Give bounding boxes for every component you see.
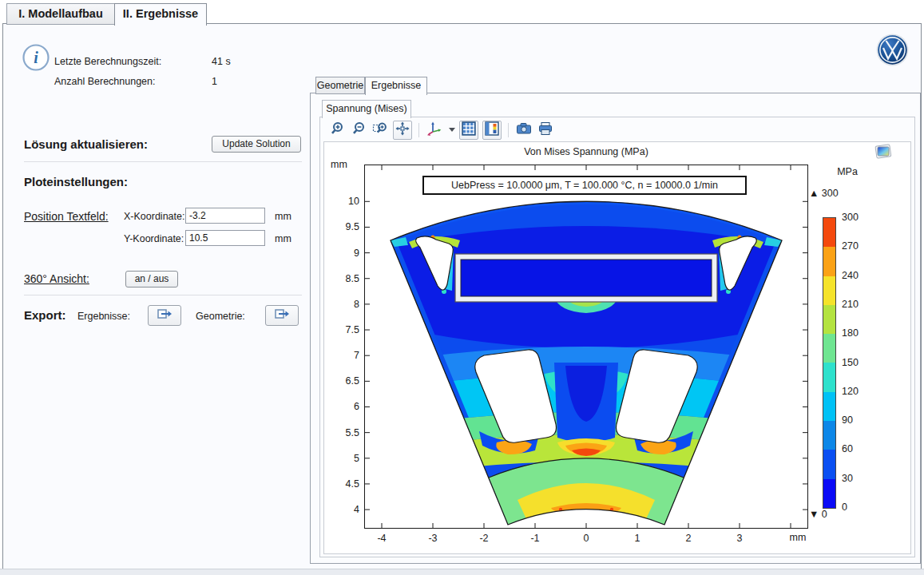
printer-icon — [537, 121, 553, 139]
update-solution-button[interactable]: Update Solution — [212, 136, 301, 153]
tab-ergebnisse[interactable]: II. Ergebnisse — [114, 3, 207, 26]
colorbar-segment — [823, 334, 835, 363]
colorbar-min-marker: ▼ 0 — [809, 509, 827, 520]
divider — [24, 161, 302, 162]
graphics-tab-ergebnisse[interactable]: Ergebnisse — [365, 77, 427, 95]
colorbar-segment — [823, 247, 835, 276]
export-icon — [274, 307, 290, 323]
y-axis-tick-label: 8.5 — [324, 272, 359, 285]
zoom-in-button[interactable] — [328, 121, 346, 139]
colorbar-tick-label: 30 — [842, 472, 874, 485]
zoom-extents-button[interactable] — [393, 121, 412, 140]
triangle-down-icon: ▼ — [809, 509, 819, 520]
zoom-extents-icon — [395, 121, 410, 139]
text-position-label: Position Textfeld: — [24, 210, 109, 223]
view-360-toggle-button[interactable]: an / aus — [125, 271, 178, 288]
color-legend-icon — [485, 121, 499, 139]
x-axis-tick-label: 2 — [676, 532, 701, 545]
y-axis-tick-label: 9 — [324, 247, 359, 260]
colorbar-tick-label: 180 — [842, 327, 874, 339]
plot-canvas[interactable]: Von Mises Spannung (MPa) mm mm — [323, 141, 911, 554]
view-360-label: 360° Ansicht: — [24, 272, 89, 285]
volkswagen-logo — [875, 33, 910, 70]
x-axis-tick-label: 0 — [573, 532, 599, 545]
view-360-toggle-label: an / aus — [135, 273, 169, 284]
x-coordinate-label: X-Koordinate: — [124, 211, 184, 222]
plot-thumbnail-icon[interactable] — [874, 144, 893, 162]
toolbar-separator — [418, 123, 419, 137]
plot-tab-label: Spannung (Mises) — [326, 103, 406, 114]
graphics-toolbar — [325, 119, 554, 141]
y-coordinate-unit: mm — [275, 233, 291, 244]
colorbar-segment — [823, 363, 835, 391]
colorbar-tick-label: 0 — [842, 501, 874, 514]
zoom-out-icon — [351, 121, 367, 139]
y-axis-tick-label: 5 — [324, 452, 359, 465]
magnet-region — [461, 260, 712, 296]
colorbar-tick-label: 60 — [842, 442, 874, 455]
colorbar-segment — [823, 450, 835, 478]
colorbar-max-marker: ▲ 300 — [809, 188, 839, 199]
x-axis-tick-label: -2 — [471, 532, 497, 545]
graphics-tab-geometrie-label: Geometrie — [317, 80, 363, 91]
export-results-button[interactable] — [148, 305, 181, 326]
triangle-up-icon: ▲ — [809, 188, 819, 199]
export-geometry-button[interactable] — [265, 305, 299, 326]
view-dropdown-caret[interactable] — [449, 128, 455, 132]
update-solution-label: Lösung aktualisieren: — [24, 137, 148, 151]
y-axis-tick-label: 4 — [324, 503, 359, 516]
last-computation-time-value: 41 s — [212, 56, 231, 67]
grid-icon — [462, 121, 476, 139]
stress-contour-regions — [364, 165, 808, 529]
last-computation-time-label: Letzte Berechnungszeit: — [54, 56, 161, 67]
plot-tab-spannung-mises[interactable]: Spannung (Mises) — [322, 100, 411, 118]
x-coordinate-input[interactable] — [185, 208, 265, 224]
info-icon: i — [22, 43, 50, 75]
zoom-out-button[interactable] — [350, 121, 367, 139]
x-axis-tick-label: 3 — [727, 532, 752, 545]
go-to-default-view-button[interactable] — [426, 121, 443, 139]
graphics-tab-geometrie[interactable]: Geometrie — [315, 77, 365, 94]
x-axis-unit: mm — [782, 532, 814, 543]
y-axis-tick-label: 6.5 — [324, 375, 359, 387]
zoom-box-button[interactable] — [371, 121, 389, 139]
tab-modellaufbau[interactable]: I. Modellaufbau — [6, 3, 115, 25]
y-axis-tick-label: 6 — [324, 400, 359, 413]
colorbar-tick-label: 240 — [842, 269, 874, 282]
colorbar — [823, 217, 836, 509]
y-axis-tick-label: 4.5 — [324, 478, 359, 490]
tab-ergebnisse-label: II. Ergebnisse — [123, 7, 198, 20]
export-geometry-label: Geometrie: — [196, 311, 245, 322]
y-axis-tick-label: 5.5 — [324, 426, 359, 439]
x-coordinate-unit: mm — [275, 211, 291, 222]
snapshot-button[interactable] — [515, 121, 533, 139]
export-results-label: Ergebnisse: — [77, 311, 130, 322]
footer-strip — [0, 569, 924, 575]
computation-count-value: 1 — [212, 76, 217, 87]
y-coordinate-input[interactable] — [185, 230, 265, 246]
x-axis-tick-label: -1 — [522, 532, 548, 545]
colorbar-tick-label: 300 — [842, 211, 874, 224]
toolbar-separator — [508, 123, 509, 137]
show-color-legend-button[interactable] — [482, 121, 502, 140]
colorbar-tick-label: 90 — [842, 414, 874, 426]
x-axis-tick-label: -4 — [369, 532, 395, 545]
tab-modellaufbau-label: I. Modellaufbau — [18, 7, 103, 20]
y-axis-tick-label: 9.5 — [324, 220, 359, 233]
stress-contour-plot[interactable] — [364, 165, 808, 529]
print-button[interactable] — [537, 121, 554, 139]
computation-count-label: Anzahl Berechnungen: — [54, 76, 155, 87]
y-axis-unit: mm — [331, 159, 347, 170]
colorbar-unit: MPa — [827, 166, 867, 177]
colorbar-segment — [823, 421, 835, 450]
zoom-in-icon — [330, 121, 345, 139]
colorbar-tick-label: 120 — [842, 385, 874, 398]
y-axis-tick-label: 7.5 — [324, 323, 359, 336]
colorbar-segment — [823, 305, 835, 334]
divider — [24, 295, 302, 295]
y-axis-tick-label: 10 — [324, 195, 359, 208]
update-solution-button-label: Update Solution — [222, 138, 290, 149]
y-axis-tick-label: 8 — [324, 298, 359, 311]
show-grid-button[interactable] — [459, 121, 478, 140]
x-axis-tick-label: -3 — [420, 532, 446, 545]
